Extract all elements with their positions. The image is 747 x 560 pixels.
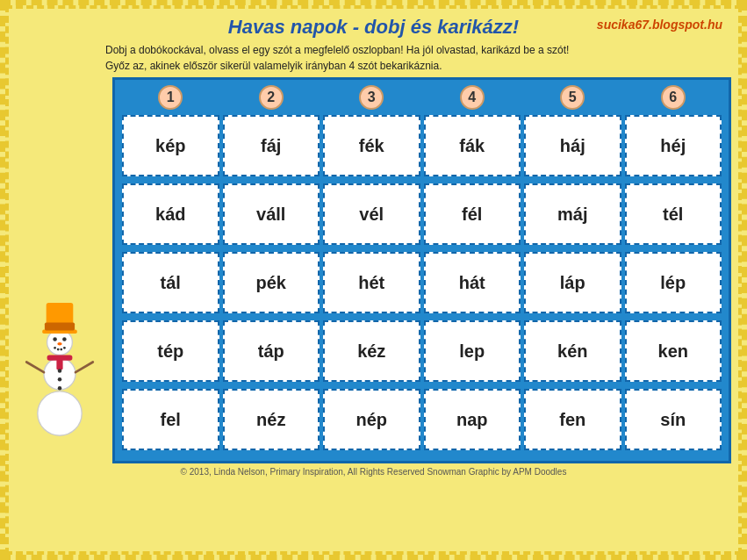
cell-5-1[interactable]: fel — [122, 389, 219, 450]
svg-point-0 — [38, 391, 82, 435]
svg-point-9 — [54, 347, 56, 349]
cell-5-2[interactable]: néz — [223, 389, 320, 450]
cell-3-1[interactable]: tál — [122, 252, 219, 313]
cell-5-5[interactable]: fen — [524, 389, 621, 450]
cell-1-2[interactable]: fáj — [223, 115, 320, 176]
col-header-4: 4 — [422, 85, 523, 110]
svg-point-16 — [58, 377, 62, 382]
cell-2-2[interactable]: váll — [223, 183, 320, 245]
cell-5-3[interactable]: nép — [323, 389, 420, 450]
word-grid: 1 2 3 4 5 6 kép — [112, 77, 731, 463]
cell-2-1[interactable]: kád — [122, 183, 219, 245]
blog-url: sucika67.blogspot.hu — [597, 18, 722, 32]
svg-point-7 — [62, 337, 67, 341]
svg-point-10 — [57, 348, 60, 351]
cell-1-5[interactable]: háj — [524, 115, 621, 176]
col-number-4: 4 — [460, 85, 485, 110]
col-number-5: 5 — [560, 85, 585, 110]
cell-2-5[interactable]: máj — [524, 183, 621, 245]
cell-4-4[interactable]: lep — [424, 320, 521, 382]
cell-3-2[interactable]: pék — [223, 252, 320, 313]
grid-row-2: kád váll vél fél máj tél — [120, 182, 723, 247]
cell-3-6[interactable]: lép — [625, 252, 722, 313]
svg-line-18 — [26, 363, 44, 373]
snowman-area — [16, 77, 112, 463]
svg-rect-5 — [45, 323, 75, 331]
cell-2-4[interactable]: fél — [424, 183, 521, 245]
main-area: 1 2 3 4 5 6 kép — [16, 77, 731, 463]
cell-5-6[interactable]: sín — [625, 389, 722, 450]
cell-4-3[interactable]: kéz — [323, 320, 420, 382]
svg-point-15 — [58, 369, 62, 373]
cell-4-2[interactable]: táp — [223, 320, 320, 382]
col-header-3: 3 — [321, 85, 422, 110]
cell-1-6[interactable]: héj — [625, 115, 722, 176]
cell-1-4[interactable]: fák — [424, 115, 521, 176]
svg-line-19 — [75, 363, 93, 373]
svg-point-6 — [53, 337, 57, 341]
cell-2-6[interactable]: tél — [625, 183, 722, 245]
cell-1-1[interactable]: kép — [122, 115, 219, 176]
column-headers: 1 2 3 4 5 6 — [120, 85, 723, 110]
col-number-6: 6 — [661, 85, 686, 110]
svg-point-12 — [63, 347, 66, 349]
col-number-2: 2 — [259, 85, 284, 110]
cell-3-3[interactable]: hét — [323, 252, 420, 313]
col-header-1: 1 — [120, 85, 221, 110]
cell-2-3[interactable]: vél — [323, 183, 420, 245]
svg-point-17 — [58, 386, 62, 391]
svg-point-11 — [60, 348, 62, 351]
col-header-5: 5 — [522, 85, 623, 110]
grid-row-4: tép táp kéz lep kén ken — [120, 319, 723, 384]
col-header-6: 6 — [623, 85, 724, 110]
snowman-icon — [16, 279, 104, 437]
grid-row-5: fel néz nép nap fen sín — [120, 387, 723, 452]
cell-1-3[interactable]: fék — [323, 115, 420, 176]
col-header-2: 2 — [221, 85, 322, 110]
cell-4-5[interactable]: kén — [524, 320, 621, 382]
svg-point-8 — [57, 342, 61, 346]
cell-4-1[interactable]: tép — [122, 320, 219, 382]
cell-3-5[interactable]: láp — [524, 252, 621, 313]
svg-rect-14 — [56, 359, 62, 370]
cell-3-4[interactable]: hát — [424, 252, 521, 313]
footer-text: © 2013, Linda Nelson, Primary Inspiratio… — [9, 467, 738, 477]
grid-row-3: tál pék hét hát láp lép — [120, 250, 723, 315]
col-number-1: 1 — [158, 85, 183, 110]
cell-4-6[interactable]: ken — [625, 320, 722, 382]
grid-row-1: kép fáj fék fák háj héj — [120, 113, 723, 178]
instructions: Dobj a dobókockával, olvass el egy szót … — [105, 42, 642, 74]
col-number-3: 3 — [359, 85, 384, 110]
cell-5-4[interactable]: nap — [424, 389, 521, 450]
